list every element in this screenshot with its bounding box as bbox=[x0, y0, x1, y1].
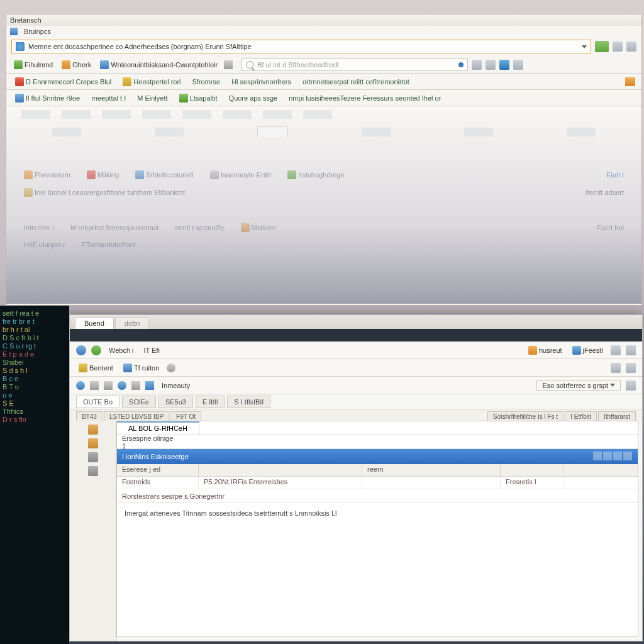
selected-record[interactable]: I ionNins Eskniseetge bbox=[117, 449, 638, 464]
address-dropdown-icon[interactable] bbox=[582, 45, 587, 48]
refresh-icon[interactable] bbox=[613, 42, 623, 52]
db-tab[interactable]: Sotshrlfrefiilitne Is l Fs t bbox=[487, 411, 564, 422]
refresh-icon[interactable] bbox=[91, 345, 101, 355]
toolbar-button[interactable]: IT Efi bbox=[142, 346, 162, 355]
db-tab[interactable]: LSTED LBVSB IBP bbox=[104, 411, 169, 422]
folder-icon[interactable] bbox=[625, 77, 635, 86]
page-action[interactable]: Facrt hol bbox=[594, 223, 626, 232]
menu-item[interactable]: Bruinpcs bbox=[24, 28, 51, 35]
col-header[interactable] bbox=[501, 464, 564, 476]
db-tab[interactable]: Ithffararst bbox=[598, 411, 636, 422]
toolbar-button[interactable]: Oherk bbox=[59, 60, 94, 70]
combo-box[interactable]: Eso sotrferrec s grspt bbox=[536, 380, 621, 391]
globe-icon[interactable] bbox=[76, 381, 85, 390]
tool-icon[interactable] bbox=[486, 60, 496, 70]
tool-icon[interactable] bbox=[611, 345, 621, 355]
bookmark-item[interactable]: Sfromrse bbox=[190, 77, 223, 86]
page-link[interactable]: Inel Ibnnel t ceoorergosfifione tunthem … bbox=[21, 187, 187, 197]
toolbar-button[interactable]: Fihulnmd bbox=[11, 60, 55, 70]
doc-icon bbox=[123, 364, 132, 372]
tab-inner[interactable]: E IltIl bbox=[196, 396, 225, 408]
bookmark-item[interactable]: Hl sesprinvnonfrers bbox=[229, 77, 294, 86]
page-link[interactable]: Phrentetam bbox=[21, 170, 73, 180]
status-bar: Rorstestrars sesrpe s.Gonegertnr bbox=[117, 489, 638, 503]
grid-row[interactable]: Fostreids P5.20Nt IRFis Enterrelsbes Fre… bbox=[117, 477, 638, 489]
tool-icon[interactable] bbox=[626, 363, 636, 373]
link-icon bbox=[24, 170, 33, 179]
tab-inner[interactable]: S I tflsIBII bbox=[227, 396, 270, 408]
bookmark-item[interactable]: M Einlyett bbox=[135, 94, 170, 103]
tool-icon[interactable] bbox=[90, 381, 99, 390]
page-link[interactable]: Intteciter t bbox=[21, 223, 57, 232]
toolbar-button[interactable]: Inmeauty bbox=[159, 381, 192, 390]
bookmark-item[interactable]: rneepttal t I bbox=[89, 94, 128, 103]
db-tab[interactable]: I Etflblit bbox=[565, 411, 597, 422]
home-icon[interactable] bbox=[626, 42, 636, 52]
bookmark-bar-1: D Ennrmmecerl Crepes Blul Heestpertel ro… bbox=[6, 74, 641, 90]
bookmark-item[interactable]: Quore aps ssge bbox=[226, 94, 280, 103]
page-link[interactable]: FTsetaurtnbofmct bbox=[79, 240, 138, 249]
tab-inner[interactable]: SE5u3 bbox=[158, 396, 193, 408]
tab-inner[interactable]: OUTE Bo bbox=[76, 396, 119, 408]
go-button[interactable] bbox=[595, 41, 609, 52]
tab-inner[interactable]: SOlEe bbox=[122, 396, 156, 408]
page-link[interactable]: eentl t sprprulfty bbox=[172, 223, 226, 232]
stop-icon[interactable] bbox=[167, 364, 175, 372]
tree-folder-icon[interactable] bbox=[88, 438, 98, 448]
editor-inner-tabs: OUTE Bo SOlEe SE5u3 E IltIl S I tflsIBII bbox=[70, 394, 642, 409]
bookmark-item[interactable]: nmpi lusisiheeesTezere Feressurs seonted… bbox=[286, 94, 443, 103]
tree-item-icon[interactable] bbox=[88, 466, 98, 476]
globe-icon[interactable] bbox=[118, 381, 126, 390]
tool-icon[interactable] bbox=[104, 381, 113, 390]
link-icon bbox=[287, 170, 296, 179]
bookmark-item[interactable]: Il ftul Snritrie r9oe bbox=[13, 93, 82, 103]
tool-icon[interactable] bbox=[626, 380, 636, 391]
tool-icon[interactable] bbox=[611, 363, 621, 373]
bookmark-item[interactable]: D Ennrmmecerl Crepes Blul bbox=[13, 77, 114, 87]
browser-menubar[interactable]: Bruinpcs bbox=[6, 26, 641, 37]
page-action[interactable]: Etati t bbox=[604, 170, 626, 179]
bookmark-item[interactable]: ortrnnetsesrpst reiltt cofitremonirtot bbox=[300, 77, 412, 86]
page-link[interactable]: Mlikirig bbox=[84, 170, 121, 180]
page-action[interactable]: Ifernft adsert bbox=[582, 188, 626, 197]
search-box[interactable]: Bf ul lnt d Sftheothesdfredl bbox=[242, 58, 468, 71]
content-tab[interactable] bbox=[257, 126, 288, 137]
row-action-icons[interactable] bbox=[592, 452, 633, 462]
doc-icon bbox=[79, 364, 87, 372]
toolbar-button[interactable]: Wnteonuintbisksand-Cwuntptohloir bbox=[97, 60, 220, 70]
db-tab[interactable]: BT43 bbox=[76, 411, 103, 422]
tab-outer[interactable]: dottn bbox=[115, 317, 149, 329]
tree-folder-icon[interactable] bbox=[88, 425, 98, 435]
toolbar-button[interactable]: husreut bbox=[526, 345, 565, 355]
page-link[interactable]: HIlE ulunpst r bbox=[21, 240, 68, 249]
db-tab[interactable]: F9T Ot bbox=[170, 411, 201, 422]
toolbar-button[interactable]: jFeesti bbox=[570, 345, 606, 355]
editor-sidebar[interactable] bbox=[70, 421, 116, 641]
globe-icon[interactable] bbox=[499, 60, 509, 70]
toolbar-button[interactable]: Bentent bbox=[76, 363, 116, 373]
sheet-tab[interactable]: AL BOL G-RfHCeH bbox=[117, 421, 199, 435]
browser-titlebar[interactable]: Bretansch bbox=[6, 14, 641, 26]
tool-icon[interactable] bbox=[626, 345, 636, 355]
record-body[interactable]: Imergat arteneves Titnnam sossestsideca … bbox=[117, 503, 638, 636]
toolbar-button[interactable]: Tf ruiton bbox=[121, 363, 162, 373]
toolbar-button[interactable]: Webch i bbox=[106, 346, 136, 355]
page-link[interactable]: Irstshughderge bbox=[285, 170, 347, 180]
page-link[interactable]: Srhinftccotorielt bbox=[133, 170, 196, 180]
col-header[interactable] bbox=[199, 464, 362, 476]
address-bar[interactable]: Memne ent docaschperinee co Adnerheedses… bbox=[11, 40, 591, 53]
tab-outer[interactable]: Buend bbox=[75, 317, 114, 329]
bookmark-item[interactable]: Ltsapaltit bbox=[177, 93, 220, 103]
page-link[interactable]: Mstiurm bbox=[238, 223, 279, 233]
page-link[interactable]: M rebprbet fstrerrpporeutmst bbox=[68, 223, 161, 232]
tool-icon[interactable] bbox=[131, 381, 140, 390]
search-engine-icon[interactable] bbox=[458, 62, 464, 67]
col-header[interactable]: Eserese j ed bbox=[117, 464, 199, 476]
col-header[interactable]: reern bbox=[362, 464, 501, 476]
tool-icon[interactable] bbox=[145, 381, 154, 390]
tool-icon[interactable] bbox=[472, 60, 482, 70]
tree-item-icon[interactable] bbox=[88, 452, 98, 462]
bookmark-item[interactable]: Heestpertel rorl bbox=[120, 77, 183, 87]
page-link[interactable]: Isannnoyte Enfrt bbox=[208, 170, 274, 180]
tool-icon[interactable] bbox=[513, 60, 523, 70]
